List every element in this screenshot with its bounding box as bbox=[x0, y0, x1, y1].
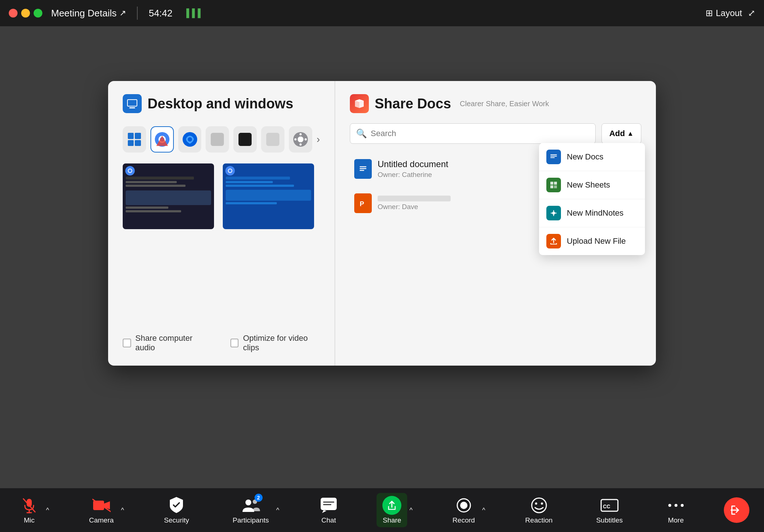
chat-button[interactable]: Chat bbox=[314, 493, 343, 527]
svg-point-9 bbox=[298, 136, 303, 142]
search-input[interactable] bbox=[371, 129, 589, 138]
window-preview-2[interactable] bbox=[223, 163, 314, 229]
security-button[interactable]: Security bbox=[159, 493, 194, 527]
security-icon bbox=[167, 496, 186, 515]
windows-icon-btn[interactable] bbox=[123, 126, 146, 153]
participants-chevron[interactable]: ^ bbox=[275, 505, 280, 516]
layout-button[interactable]: ⊞ Layout bbox=[706, 8, 742, 18]
new-mindnotes-label: New MindNotes bbox=[567, 208, 623, 218]
reaction-button[interactable]: Reaction bbox=[520, 493, 558, 527]
svg-point-16 bbox=[129, 169, 131, 172]
fullscreen-button[interactable] bbox=[34, 9, 42, 18]
close-button[interactable] bbox=[9, 9, 18, 18]
svg-point-51 bbox=[535, 502, 537, 505]
signal-icon: ▐▐▐ bbox=[183, 8, 200, 18]
share-icon-toolbar bbox=[382, 496, 401, 515]
camera-chevron[interactable]: ^ bbox=[119, 505, 125, 516]
svg-point-57 bbox=[681, 504, 684, 507]
record-label: Record bbox=[452, 516, 475, 524]
svg-point-52 bbox=[541, 502, 543, 505]
meeting-details-button[interactable]: Meeting Details ↗ bbox=[51, 8, 126, 19]
record-button[interactable]: Record bbox=[447, 493, 480, 527]
svg-rect-29 bbox=[554, 182, 557, 185]
svg-point-7 bbox=[188, 137, 192, 142]
new-mindnotes-item[interactable]: New MindNotes bbox=[539, 199, 645, 227]
share-dialog: Desktop and windows bbox=[108, 81, 656, 366]
subtitles-label: Subtitles bbox=[596, 516, 623, 524]
toolbar: Mic ^ Camera ^ Security bbox=[0, 488, 764, 532]
svg-point-32 bbox=[552, 212, 555, 215]
layout-grid-icon: ⊞ bbox=[706, 8, 713, 18]
search-wrap[interactable]: 🔍 bbox=[350, 123, 596, 144]
participants-button[interactable]: 2 Participants bbox=[228, 493, 274, 527]
share-label: Share bbox=[383, 516, 401, 524]
titlebar-divider bbox=[137, 7, 138, 20]
thunderbird-icon-btn[interactable] bbox=[178, 126, 202, 153]
search-icon: 🔍 bbox=[356, 128, 367, 139]
meeting-details-label: Meeting Details bbox=[51, 8, 116, 19]
chrome-icon-btn[interactable] bbox=[150, 126, 174, 153]
svg-rect-45 bbox=[321, 498, 337, 510]
doc-info-2: Owner: Dave bbox=[378, 196, 451, 211]
scroll-right-icon[interactable]: › bbox=[317, 134, 320, 145]
leave-button[interactable] bbox=[724, 497, 749, 523]
svg-point-56 bbox=[675, 504, 677, 507]
doc-owner-1: Owner: Catherine bbox=[378, 171, 448, 179]
svg-point-10 bbox=[299, 133, 302, 135]
right-panel-header: Share Docs Clearer Share, Easier Work bbox=[350, 94, 641, 113]
security-label: Security bbox=[164, 516, 189, 524]
minimize-button[interactable] bbox=[21, 9, 30, 18]
system-prefs-icon-btn[interactable] bbox=[289, 126, 312, 153]
share-audio-checkbox[interactable]: Share computer audio bbox=[123, 334, 209, 352]
doc-name-2 bbox=[378, 196, 451, 201]
window-preview-1[interactable] bbox=[123, 163, 214, 229]
record-chevron[interactable]: ^ bbox=[481, 505, 486, 516]
mic-button[interactable]: Mic bbox=[15, 493, 44, 527]
share-chevron[interactable]: ^ bbox=[408, 505, 414, 516]
participant-count-badge: 2 bbox=[255, 494, 263, 502]
optimize-video-checkbox[interactable]: Optimize for video clips bbox=[230, 334, 320, 352]
svg-rect-1 bbox=[129, 107, 135, 108]
add-button[interactable]: Add ▲ bbox=[601, 123, 641, 144]
left-panel-heading: Desktop and windows bbox=[148, 96, 293, 112]
chat-icon bbox=[319, 496, 338, 515]
titlebar-center: Meeting Details ↗ 54:42 ▐▐▐ bbox=[51, 7, 200, 20]
svg-point-13 bbox=[305, 138, 307, 140]
svg-rect-28 bbox=[550, 182, 553, 185]
svg-point-11 bbox=[299, 143, 302, 146]
share-docs-icon bbox=[350, 94, 369, 113]
black-icon-btn[interactable] bbox=[233, 126, 257, 153]
svg-point-49 bbox=[460, 502, 467, 509]
camera-button[interactable]: Camera bbox=[84, 493, 119, 527]
blank-icon-btn-2[interactable] bbox=[261, 126, 284, 153]
window-previews bbox=[123, 163, 320, 229]
subtitles-icon: CC bbox=[600, 496, 619, 515]
share-button[interactable]: Share bbox=[377, 493, 407, 527]
mic-chevron[interactable]: ^ bbox=[45, 505, 50, 516]
layout-label: Layout bbox=[716, 8, 742, 18]
search-add-row: 🔍 Add ▲ bbox=[350, 123, 641, 144]
subtitles-button[interactable]: CC Subtitles bbox=[591, 493, 628, 527]
doc-file-icon-1 bbox=[354, 159, 372, 179]
optimize-video-checkbox-box[interactable] bbox=[230, 339, 239, 347]
more-button[interactable]: More bbox=[661, 493, 691, 527]
svg-rect-30 bbox=[550, 185, 553, 188]
optimize-video-label: Optimize for video clips bbox=[243, 334, 320, 352]
svg-text:P: P bbox=[360, 200, 364, 208]
reaction-label: Reaction bbox=[525, 516, 553, 524]
new-docs-icon bbox=[546, 150, 561, 164]
mic-group: Mic ^ bbox=[15, 493, 50, 527]
share-group: Share ^ bbox=[377, 493, 414, 527]
blank-icon-btn-1[interactable] bbox=[206, 126, 229, 153]
upload-file-item[interactable]: Upload New File bbox=[539, 227, 645, 255]
desktop-icon bbox=[123, 94, 142, 113]
left-panel: Desktop and windows bbox=[108, 81, 335, 366]
new-docs-item[interactable]: New Docs bbox=[539, 143, 645, 171]
svg-text:CC: CC bbox=[603, 504, 610, 509]
right-panel: Share Docs Clearer Share, Easier Work 🔍 … bbox=[335, 81, 656, 366]
record-group: Record ^ bbox=[447, 493, 487, 527]
expand-icon[interactable]: ⤢ bbox=[748, 8, 755, 18]
left-panel-title: Desktop and windows bbox=[123, 94, 320, 113]
new-sheets-item[interactable]: New Sheets bbox=[539, 171, 645, 199]
share-audio-checkbox-box[interactable] bbox=[123, 339, 131, 347]
